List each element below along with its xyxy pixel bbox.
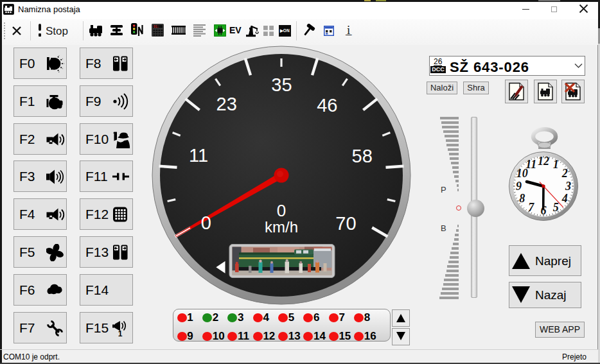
svg-text:70: 70 bbox=[335, 213, 356, 234]
svg-text:km/h: km/h bbox=[265, 218, 298, 236]
svg-text:4: 4 bbox=[561, 192, 568, 205]
svg-text:3: 3 bbox=[565, 180, 571, 193]
svg-text:11: 11 bbox=[525, 158, 536, 171]
svg-text:01:: 01: bbox=[154, 25, 159, 29]
svg-text:7: 7 bbox=[528, 201, 534, 214]
svg-text:5: 5 bbox=[553, 201, 559, 214]
svg-text:23: 23 bbox=[216, 94, 237, 114]
svg-text:9: 9 bbox=[516, 180, 522, 193]
svg-text:58: 58 bbox=[352, 146, 373, 166]
svg-text:0: 0 bbox=[277, 201, 286, 220]
svg-text:35: 35 bbox=[271, 74, 292, 95]
svg-text:1: 1 bbox=[118, 329, 123, 337]
svg-text:8: 8 bbox=[519, 192, 525, 205]
svg-text:12: 12 bbox=[538, 155, 549, 168]
svg-text:1: 1 bbox=[553, 158, 559, 171]
svg-text:11: 11 bbox=[189, 145, 208, 166]
svg-text:0: 0 bbox=[201, 212, 211, 233]
svg-text:46: 46 bbox=[317, 95, 337, 116]
svg-text:2: 2 bbox=[561, 167, 568, 180]
